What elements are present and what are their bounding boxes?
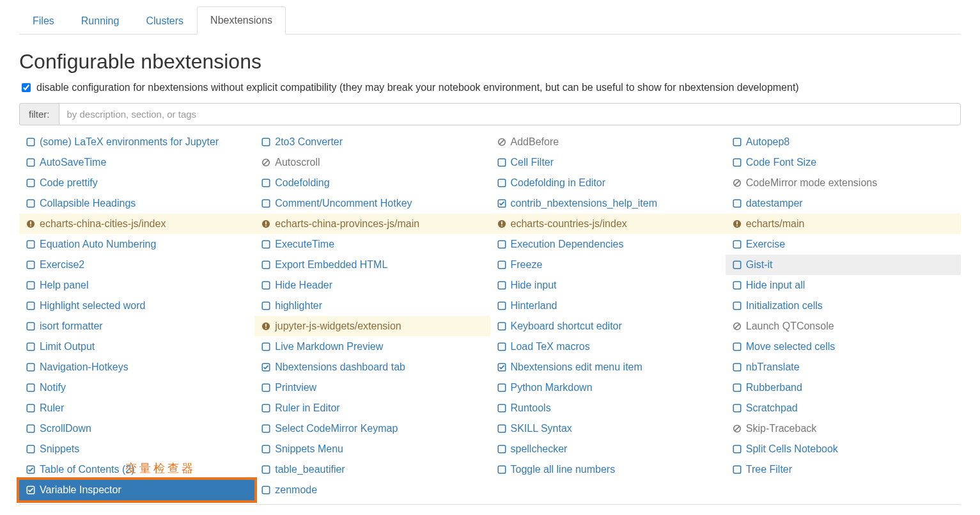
tab-files[interactable]: Files — [19, 7, 68, 35]
extension-item[interactable]: Variable Inspector — [19, 480, 254, 500]
extension-item[interactable]: Code prettify — [19, 173, 254, 193]
extension-item[interactable]: Navigation-Hotkeys — [19, 357, 254, 377]
extension-label: Codefolding in Editor — [511, 175, 606, 191]
extension-item[interactable]: Code Font Size — [726, 152, 961, 173]
extension-item[interactable]: Codefolding — [254, 173, 490, 193]
extension-item[interactable]: jupyter-js-widgets/extension — [254, 316, 490, 337]
checkbox-unchecked-icon — [497, 260, 507, 270]
checkbox-unchecked-icon — [497, 444, 507, 454]
checkbox-unchecked-icon — [26, 444, 36, 454]
extension-item[interactable]: Keyboard shortcut editor — [490, 316, 726, 337]
extension-item[interactable]: Exercise — [726, 234, 961, 255]
extension-item[interactable]: echarts-countries-js/index — [490, 214, 726, 234]
extension-item[interactable]: spellchecker — [490, 439, 726, 459]
extension-item[interactable]: CodeMirror mode extensions — [726, 173, 961, 193]
extension-item[interactable]: Limit Output — [19, 337, 254, 357]
extension-item[interactable]: Scratchpad — [726, 398, 961, 418]
extension-item[interactable]: Ruler — [19, 398, 254, 418]
extension-item[interactable]: contrib_nbextensions_help_item — [490, 193, 726, 214]
extension-item[interactable]: Snippets Menu — [254, 439, 490, 459]
checkbox-unchecked-icon — [261, 301, 271, 311]
extension-item[interactable]: Hide Header — [254, 275, 490, 296]
extension-item[interactable]: Ruler in Editor — [254, 398, 490, 418]
extension-item[interactable]: Load TeX macros — [490, 337, 726, 357]
tab-clusters[interactable]: Clusters — [132, 7, 197, 35]
extension-item[interactable]: Snippets — [19, 439, 254, 459]
extension-label: Load TeX macros — [511, 339, 590, 354]
extension-label: nbTranslate — [746, 360, 800, 375]
extension-item[interactable]: Execution Dependencies — [490, 234, 726, 255]
extension-item[interactable]: highlighter — [254, 296, 490, 316]
tab-nbextensions[interactable]: Nbextensions — [197, 6, 286, 35]
extension-item[interactable]: Move selected cells — [726, 337, 961, 357]
extension-item[interactable]: nbTranslate — [726, 357, 961, 377]
checkbox-unchecked-icon — [497, 383, 507, 393]
extension-item[interactable]: Notify — [19, 377, 254, 398]
checkbox-unchecked-icon — [26, 362, 36, 372]
extension-item[interactable]: Export Embedded HTML — [254, 255, 490, 275]
checkbox-unchecked-icon — [732, 260, 742, 270]
extension-item[interactable]: Autoscroll — [254, 152, 490, 173]
extension-item[interactable]: isort formatter — [19, 316, 254, 337]
extension-item[interactable]: Equation Auto Numbering — [19, 234, 254, 255]
extension-item[interactable]: Cell Filter — [490, 152, 726, 173]
extension-item[interactable]: (some) LaTeX environments for Jupyter — [19, 132, 254, 152]
extension-label: Execution Dependencies — [511, 237, 624, 252]
checkbox-unchecked-icon — [26, 280, 36, 290]
tab-running[interactable]: Running — [68, 7, 133, 35]
extension-item[interactable]: Collapsible Headings — [19, 193, 254, 214]
extension-item[interactable]: Live Markdown Preview — [254, 337, 490, 357]
checkbox-unchecked-icon — [261, 383, 271, 393]
extension-item[interactable]: Hide input — [490, 275, 726, 296]
extension-item[interactable]: Split Cells Notebook — [726, 439, 961, 459]
checkbox-unchecked-icon — [26, 178, 36, 188]
extension-item[interactable]: echarts/main — [726, 214, 961, 234]
compat-checkbox[interactable] — [22, 83, 31, 92]
extension-item[interactable]: Rubberband — [726, 377, 961, 398]
extension-item[interactable]: Freeze — [490, 255, 726, 275]
extension-item[interactable]: Gist-it — [726, 255, 961, 275]
extension-item[interactable]: Initialization cells — [726, 296, 961, 316]
extension-item[interactable]: Highlight selected word — [19, 296, 254, 316]
extension-item[interactable]: Toggle all line numbers — [490, 459, 726, 480]
extension-item[interactable]: Tree Filter — [726, 459, 961, 480]
extension-item[interactable]: Table of Contents (2) — [19, 459, 254, 480]
extension-item[interactable]: Autopep8 — [726, 132, 961, 152]
extension-item[interactable]: Nbextensions dashboard tab — [254, 357, 490, 377]
checkbox-unchecked-icon — [261, 280, 271, 290]
extension-item[interactable]: Help panel — [19, 275, 254, 296]
extension-item[interactable]: Exercise2 — [19, 255, 254, 275]
extension-item[interactable]: ExecuteTime — [254, 234, 490, 255]
extension-item[interactable]: Printview — [254, 377, 490, 398]
extension-item[interactable]: zenmode — [254, 480, 490, 500]
checkbox-unchecked-icon — [26, 403, 36, 413]
extension-item[interactable]: table_beautifier — [254, 459, 490, 480]
ban-icon — [497, 137, 507, 147]
extension-item[interactable]: echarts-china-cities-js/index — [19, 214, 254, 234]
extension-item[interactable]: Comment/Uncomment Hotkey — [254, 193, 490, 214]
extension-item[interactable]: Hinterland — [490, 296, 726, 316]
extension-label: Nbextensions dashboard tab — [275, 360, 405, 375]
filter-input[interactable] — [59, 103, 961, 125]
extension-item[interactable]: Python Markdown — [490, 377, 726, 398]
extension-item[interactable]: AutoSaveTime — [19, 152, 254, 173]
extension-item[interactable]: Launch QTConsole — [726, 316, 961, 337]
extension-item[interactable]: Skip-Traceback — [726, 418, 961, 439]
extension-item[interactable]: AddBefore — [490, 132, 726, 152]
extension-item[interactable]: SKILL Syntax — [490, 418, 726, 439]
warning-icon — [732, 219, 742, 229]
extension-item[interactable]: Select CodeMirror Keymap — [254, 418, 490, 439]
extension-item[interactable]: Hide input all — [726, 275, 961, 296]
extension-item[interactable]: ScrollDown — [19, 418, 254, 439]
checkbox-unchecked-icon — [26, 239, 36, 250]
extension-label: ScrollDown — [40, 421, 91, 436]
checkbox-unchecked-icon — [26, 383, 36, 393]
extension-item[interactable]: echarts-china-provinces-js/main — [254, 214, 490, 234]
extension-item[interactable]: Nbextensions edit menu item — [490, 357, 726, 377]
extension-item[interactable]: datestamper — [726, 193, 961, 214]
extension-item[interactable]: 2to3 Converter — [254, 132, 490, 152]
extension-label: Printview — [275, 380, 316, 395]
extension-label: Code Font Size — [746, 155, 816, 170]
extension-item[interactable]: Codefolding in Editor — [490, 173, 726, 193]
extension-item[interactable]: Runtools — [490, 398, 726, 418]
